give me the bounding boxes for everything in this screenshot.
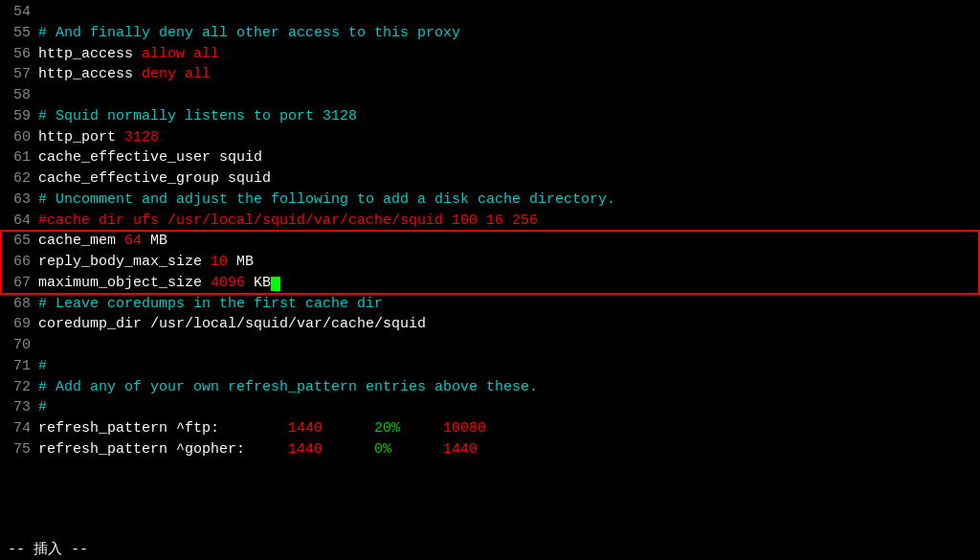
line-number: 68: [4, 294, 31, 315]
line-number: 66: [4, 252, 31, 273]
line-number: 61: [4, 147, 31, 168]
line-content: http_access allow all: [38, 44, 976, 65]
code-line: 71#: [0, 356, 980, 377]
line-number: 55: [4, 23, 31, 44]
code-line: 73#: [0, 397, 980, 418]
mode-indicator: -- 插入 --: [8, 542, 88, 558]
line-content: refresh_pattern ^gopher: 1440 0% 1440: [38, 439, 976, 460]
code-line: 57http_access deny all: [0, 64, 980, 85]
code-line: 75refresh_pattern ^gopher: 1440 0% 1440: [0, 439, 980, 460]
line-content: # Leave coredumps in the first cache dir: [38, 294, 976, 315]
line-content: # And finally deny all other access to t…: [38, 23, 976, 44]
line-number: 56: [4, 44, 31, 65]
code-line: 60http_port 3128: [0, 127, 980, 148]
line-number: 59: [4, 106, 31, 127]
code-line: 58: [0, 85, 980, 106]
line-content: maximum_object_size 4096 KB: [38, 273, 976, 294]
code-line: 72# Add any of your own refresh_pattern …: [0, 377, 980, 398]
line-number: 73: [4, 397, 31, 418]
text-cursor: [271, 277, 280, 291]
line-number: 65: [4, 231, 31, 252]
line-number: 69: [4, 314, 31, 335]
code-line: 64#cache dir ufs /usr/local/squid/var/ca…: [0, 211, 980, 232]
status-bar: -- 插入 --: [0, 538, 980, 560]
code-line: 67maximum_object_size 4096 KB: [0, 273, 980, 294]
code-editor: 5455# And finally deny all other access …: [0, 0, 980, 462]
line-content: cache_effective_group squid: [38, 168, 976, 190]
code-line: 63# Uncomment and adjust the following t…: [0, 190, 980, 211]
line-number: 63: [4, 190, 31, 211]
line-content: refresh_pattern ^ftp: 1440 20% 10080: [38, 418, 976, 439]
code-line: 68# Leave coredumps in the first cache d…: [0, 294, 980, 315]
line-content: cache_effective_user squid: [38, 147, 976, 168]
line-number: 64: [4, 211, 31, 232]
code-line: 65cache_mem 64 MB: [0, 231, 980, 252]
code-line: 70: [0, 335, 980, 356]
code-line: 74refresh_pattern ^ftp: 1440 20% 10080: [0, 418, 980, 439]
line-content: http_port 3128: [38, 127, 976, 148]
code-line: 55# And finally deny all other access to…: [0, 23, 980, 44]
line-number: 70: [4, 335, 31, 356]
line-content: cache_mem 64 MB: [38, 231, 976, 252]
code-line: 69coredump_dir /usr/local/squid/var/cach…: [0, 314, 980, 335]
line-content: # Add any of your own refresh_pattern en…: [38, 377, 976, 398]
line-number: 60: [4, 127, 31, 148]
line-number: 57: [4, 64, 31, 85]
code-line: 54: [0, 2, 980, 23]
line-number: 58: [4, 85, 31, 106]
code-line: 59# Squid normally listens to port 3128: [0, 106, 980, 127]
line-content: # Squid normally listens to port 3128: [38, 106, 976, 127]
code-line: 66reply_body_max_size 10 MB: [0, 252, 980, 273]
code-line: 56http_access allow all: [0, 44, 980, 65]
line-content: # Uncomment and adjust the following to …: [38, 190, 976, 211]
line-number: 72: [4, 377, 31, 398]
line-content: #: [38, 397, 976, 418]
line-content: coredump_dir /usr/local/squid/var/cache/…: [38, 314, 976, 335]
line-content: reply_body_max_size 10 MB: [38, 252, 976, 273]
line-number: 62: [4, 168, 31, 190]
line-number: 54: [4, 2, 31, 23]
line-content: #: [38, 356, 976, 377]
code-line: 61cache_effective_user squid: [0, 147, 980, 168]
line-number: 75: [4, 439, 31, 460]
line-number: 71: [4, 356, 31, 377]
code-line: 62cache_effective_group squid: [0, 168, 980, 190]
line-number: 67: [4, 273, 31, 294]
line-content: #cache dir ufs /usr/local/squid/var/cach…: [38, 211, 976, 232]
line-number: 74: [4, 418, 31, 439]
line-content: http_access deny all: [38, 64, 976, 85]
